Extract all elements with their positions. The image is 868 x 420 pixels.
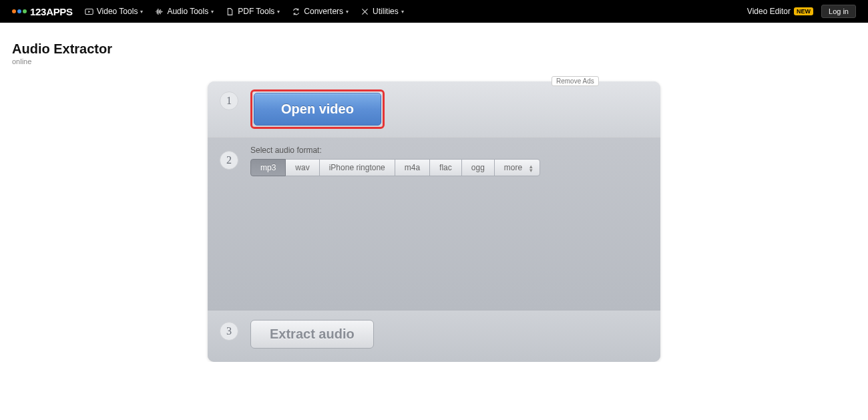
chevron-down-icon: ▾	[140, 9, 143, 15]
logo[interactable]: 123APPS	[12, 6, 73, 17]
brand-name: 123APPS	[30, 6, 73, 17]
step-3: 3 Extract audio	[208, 310, 660, 362]
main-header: 123APPS Video Tools ▾ Audio Tools ▾ PDF …	[0, 0, 868, 23]
page-subtitle: online	[12, 57, 856, 65]
convert-icon	[292, 7, 300, 16]
format-section: Select audio format: mp3 wav iPhone ring…	[250, 146, 540, 176]
page-heading: Audio Extractor online	[0, 23, 868, 69]
step-number-1: 1	[220, 91, 238, 110]
chevron-down-icon: ▾	[277, 9, 280, 15]
format-label: Select audio format:	[250, 146, 540, 155]
chevron-down-icon: ▾	[346, 9, 349, 15]
new-badge: NEW	[794, 7, 813, 15]
video-editor-label: Video Editor	[747, 7, 791, 16]
format-mp3[interactable]: mp3	[250, 159, 286, 176]
step-2: 2 Select audio format: mp3 wav iPhone ri…	[208, 138, 660, 310]
nav-label: Converters	[304, 7, 343, 16]
logo-dots-icon	[12, 9, 27, 13]
chevron-down-icon: ▾	[401, 9, 404, 15]
extract-audio-button[interactable]: Extract audio	[250, 320, 374, 349]
nav-label: Video Tools	[97, 7, 138, 16]
video-editor-link[interactable]: Video Editor NEW	[747, 7, 813, 16]
tools-icon	[361, 7, 369, 16]
header-left: 123APPS Video Tools ▾ Audio Tools ▾ PDF …	[12, 6, 404, 17]
login-button[interactable]: Log in	[821, 5, 856, 18]
nav-audio-tools[interactable]: Audio Tools ▾	[155, 7, 214, 16]
open-video-highlight: Open video	[250, 89, 385, 129]
nav-utilities[interactable]: Utilities ▾	[361, 7, 404, 16]
nav-label: PDF Tools	[238, 7, 274, 16]
open-video-button[interactable]: Open video	[254, 93, 381, 126]
play-icon	[85, 7, 93, 16]
format-buttons: mp3 wav iPhone ringtone m4a flac ogg mor…	[250, 159, 540, 176]
format-ogg[interactable]: ogg	[461, 159, 495, 176]
format-m4a[interactable]: m4a	[395, 159, 430, 176]
document-icon	[226, 7, 234, 16]
header-right: Video Editor NEW Log in	[747, 5, 856, 18]
page-title: Audio Extractor	[12, 41, 856, 57]
nav-label: Utilities	[373, 7, 399, 16]
format-more[interactable]: more ▴▾	[494, 159, 540, 176]
step-number-2: 2	[220, 151, 238, 170]
remove-ads-link[interactable]: Remove Ads	[552, 76, 599, 86]
format-flac[interactable]: flac	[429, 159, 462, 176]
format-more-label: more	[504, 163, 522, 172]
waveform-icon	[155, 7, 164, 16]
format-wav[interactable]: wav	[285, 159, 319, 176]
main-area: Remove Ads 1 Open video 2 Select audio f…	[0, 81, 868, 362]
extractor-panel: 1 Open video 2 Select audio format: mp3 …	[208, 81, 660, 362]
format-iphone-ringtone[interactable]: iPhone ringtone	[319, 159, 395, 176]
chevron-down-icon: ▾	[211, 9, 214, 15]
nav-pdf-tools[interactable]: PDF Tools ▾	[226, 7, 280, 16]
nav-converters[interactable]: Converters ▾	[292, 7, 349, 16]
nav-video-tools[interactable]: Video Tools ▾	[85, 7, 144, 16]
step-1: 1 Open video	[208, 81, 660, 138]
nav-label: Audio Tools	[167, 7, 208, 16]
step-number-3: 3	[220, 322, 238, 341]
updown-icon: ▴▾	[529, 164, 533, 172]
